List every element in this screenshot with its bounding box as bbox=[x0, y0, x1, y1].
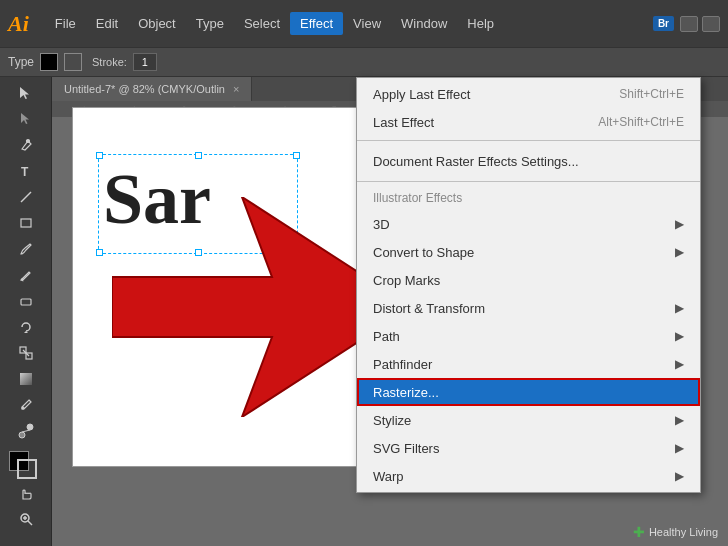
selection-tool[interactable] bbox=[12, 81, 40, 105]
minimize-button[interactable] bbox=[680, 16, 698, 32]
toolbar-type-label: Type bbox=[8, 55, 34, 69]
fill-swatch[interactable] bbox=[40, 53, 58, 71]
illustrator-effects-header: Illustrator Effects bbox=[357, 186, 700, 210]
menu-convert-to-shape[interactable]: Convert to Shape ▶ bbox=[357, 238, 700, 266]
menu-object[interactable]: Object bbox=[128, 12, 186, 35]
menu-distort-transform[interactable]: Distort & Transform ▶ bbox=[357, 294, 700, 322]
svg-point-11 bbox=[27, 424, 33, 430]
pathfinder-arrow: ▶ bbox=[675, 357, 684, 371]
svg-point-10 bbox=[19, 432, 25, 438]
svg-line-2 bbox=[21, 192, 31, 202]
handle-tl[interactable] bbox=[96, 152, 103, 159]
app-logo: Ai bbox=[8, 11, 29, 37]
watermark-icon: ✚ bbox=[633, 524, 645, 540]
document-tab[interactable]: Untitled-7* @ 82% (CMYK/Outlin × bbox=[52, 77, 252, 101]
convert-to-shape-label: Convert to Shape bbox=[373, 245, 474, 260]
distort-transform-label: Distort & Transform bbox=[373, 301, 485, 316]
menu-select[interactable]: Select bbox=[234, 12, 290, 35]
document-raster-label: Document Raster Effects Settings... bbox=[373, 154, 579, 169]
last-effect-label: Last Effect bbox=[373, 115, 434, 130]
menu-stylize[interactable]: Stylize ▶ bbox=[357, 406, 700, 434]
menu-warp[interactable]: Warp ▶ bbox=[357, 462, 700, 490]
svg-rect-3 bbox=[21, 219, 31, 227]
pencil-tool[interactable] bbox=[12, 263, 40, 287]
menu-file[interactable]: File bbox=[45, 12, 86, 35]
svg-line-13 bbox=[28, 521, 32, 525]
gradient-tool[interactable] bbox=[12, 367, 40, 391]
menu-view[interactable]: View bbox=[343, 12, 391, 35]
svg-filters-label: SVG Filters bbox=[373, 441, 439, 456]
zoom-tool[interactable] bbox=[12, 507, 40, 531]
menu-path[interactable]: Path ▶ bbox=[357, 322, 700, 350]
handle-tm[interactable] bbox=[195, 152, 202, 159]
menu-rasterize[interactable]: Rasterize... bbox=[357, 378, 700, 406]
divider-2 bbox=[357, 181, 700, 182]
path-label: Path bbox=[373, 329, 400, 344]
blend-tool[interactable] bbox=[12, 419, 40, 443]
menu-apply-last-effect[interactable]: Apply Last Effect Shift+Ctrl+E bbox=[357, 80, 700, 108]
svg-rect-8 bbox=[20, 373, 32, 385]
fill-stroke-indicator bbox=[9, 451, 43, 479]
br-badge: Br bbox=[653, 16, 674, 31]
svg-text:T: T bbox=[21, 165, 29, 179]
menu-pathfinder[interactable]: Pathfinder ▶ bbox=[357, 350, 700, 378]
warp-label: Warp bbox=[373, 469, 404, 484]
effect-dropdown-menu: Apply Last Effect Shift+Ctrl+E Last Effe… bbox=[356, 77, 701, 493]
convert-to-shape-arrow: ▶ bbox=[675, 245, 684, 259]
menu-3d-label: 3D bbox=[373, 217, 390, 232]
apply-last-effect-shortcut: Shift+Ctrl+E bbox=[619, 87, 684, 101]
menu-last-effect[interactable]: Last Effect Alt+Shift+Ctrl+E bbox=[357, 108, 700, 136]
menu-edit[interactable]: Edit bbox=[86, 12, 128, 35]
paintbrush-tool[interactable] bbox=[12, 237, 40, 261]
watermark-text: Healthy Living bbox=[649, 526, 718, 538]
tools-panel: T bbox=[0, 77, 52, 546]
stylize-arrow: ▶ bbox=[675, 413, 684, 427]
svg-point-0 bbox=[26, 140, 29, 143]
hand-tool[interactable] bbox=[12, 481, 40, 505]
stroke-color-box[interactable] bbox=[17, 459, 37, 479]
stroke-label: Stroke: bbox=[92, 56, 127, 68]
crop-marks-label: Crop Marks bbox=[373, 273, 440, 288]
rotate-tool[interactable] bbox=[12, 315, 40, 339]
stroke-value[interactable]: 1 bbox=[133, 53, 157, 71]
main-area: T bbox=[0, 77, 728, 546]
menu-type[interactable]: Type bbox=[186, 12, 234, 35]
menu-bar: Ai File Edit Object Type Select Effect V… bbox=[0, 0, 728, 47]
watermark: ✚ Healthy Living bbox=[633, 524, 718, 540]
menu-effect[interactable]: Effect bbox=[290, 12, 343, 35]
eyedropper-tool[interactable] bbox=[12, 393, 40, 417]
menu-help[interactable]: Help bbox=[457, 12, 504, 35]
tab-close-icon[interactable]: × bbox=[233, 83, 239, 95]
handle-tr[interactable] bbox=[293, 152, 300, 159]
stroke-swatch[interactable] bbox=[64, 53, 82, 71]
menu-window[interactable]: Window bbox=[391, 12, 457, 35]
pathfinder-label: Pathfinder bbox=[373, 357, 432, 372]
line-tool[interactable] bbox=[12, 185, 40, 209]
scale-tool[interactable] bbox=[12, 341, 40, 365]
svg-point-9 bbox=[22, 407, 24, 409]
distort-transform-arrow: ▶ bbox=[675, 301, 684, 315]
eraser-tool[interactable] bbox=[12, 289, 40, 313]
svg-filters-arrow: ▶ bbox=[675, 441, 684, 455]
toolbar: Type Stroke: 1 bbox=[0, 47, 728, 77]
menu-svg-filters[interactable]: SVG Filters ▶ bbox=[357, 434, 700, 462]
warp-arrow: ▶ bbox=[675, 469, 684, 483]
rasterize-label: Rasterize... bbox=[373, 385, 439, 400]
maximize-button[interactable] bbox=[702, 16, 720, 32]
svg-rect-4 bbox=[21, 299, 31, 305]
menu-3d-arrow: ▶ bbox=[675, 217, 684, 231]
window-controls bbox=[680, 16, 720, 32]
handle-bl[interactable] bbox=[96, 249, 103, 256]
menu-crop-marks[interactable]: Crop Marks bbox=[357, 266, 700, 294]
menubar-right: Br bbox=[653, 16, 720, 32]
last-effect-shortcut: Alt+Shift+Ctrl+E bbox=[598, 115, 684, 129]
type-tool[interactable]: T bbox=[12, 159, 40, 183]
menu-3d[interactable]: 3D ▶ bbox=[357, 210, 700, 238]
rectangle-tool[interactable] bbox=[12, 211, 40, 235]
path-arrow: ▶ bbox=[675, 329, 684, 343]
direct-selection-tool[interactable] bbox=[12, 107, 40, 131]
divider-1 bbox=[357, 140, 700, 141]
pen-tool[interactable] bbox=[12, 133, 40, 157]
menu-document-raster[interactable]: Document Raster Effects Settings... bbox=[357, 145, 700, 177]
apply-last-effect-label: Apply Last Effect bbox=[373, 87, 470, 102]
